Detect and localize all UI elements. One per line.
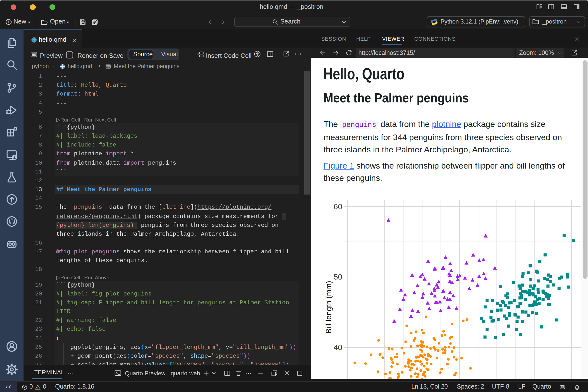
svg-text:60: 60 [334,202,342,211]
svg-text:Bill length (mm): Bill length (mm) [324,281,333,334]
svg-text:50: 50 [334,272,342,281]
svg-text:40: 40 [334,343,342,352]
